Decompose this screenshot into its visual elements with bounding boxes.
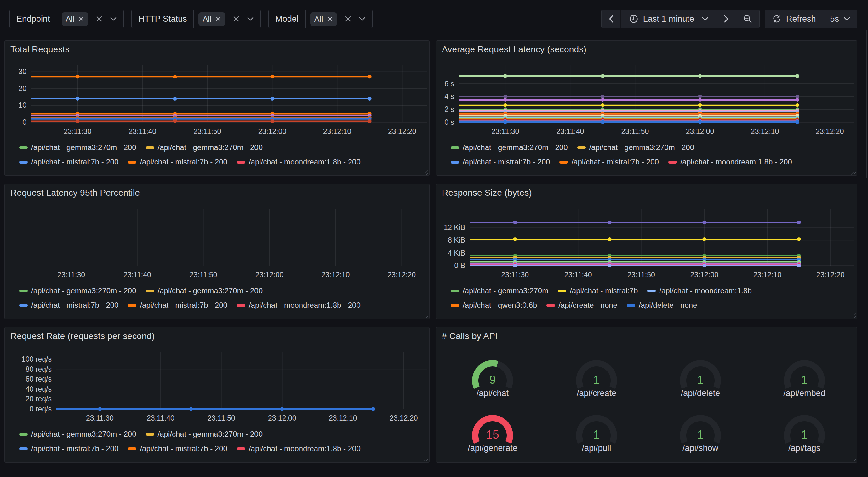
- refresh-button[interactable]: Refresh: [765, 10, 823, 28]
- gauge-value: 1: [752, 428, 856, 441]
- refresh-interval-picker[interactable]: 5s: [823, 10, 857, 28]
- clear-filter-icon[interactable]: [233, 16, 240, 22]
- legend-label: /api/chat - gemma3:270m - 200: [31, 143, 136, 152]
- panel-title[interactable]: Average Request Latency (seconds): [442, 44, 586, 55]
- legend-swatch: [451, 304, 459, 307]
- legend-label: /api/chat - gemma3:270m - 200: [158, 430, 263, 439]
- filter-chip[interactable]: All: [62, 12, 89, 26]
- legend-item[interactable]: /api/chat - gemma3:270m - 200: [577, 143, 694, 152]
- legend-item[interactable]: /api/chat - gemma3:270m - 200: [19, 287, 136, 295]
- legend-row: /api/chat - qwen3:0.6b/api/create - none…: [451, 298, 752, 312]
- series-point: [503, 98, 507, 102]
- scrollbar-thumb[interactable]: [866, 30, 867, 178]
- legend-item[interactable]: /api/chat - mistral:7b - 200: [559, 157, 658, 166]
- legend-item[interactable]: /api/chat - qwen3:0.6b: [451, 301, 537, 310]
- legend-item[interactable]: /api/create - none: [547, 301, 617, 310]
- gauge-api-create: 1/api/create: [545, 354, 649, 409]
- panel-title[interactable]: Request Rate (requests per second): [10, 331, 155, 341]
- filter-group-model[interactable]: ModelAll: [268, 10, 372, 28]
- legend-swatch: [577, 146, 586, 149]
- legend-swatch: [547, 304, 555, 307]
- filter-value[interactable]: All: [306, 10, 372, 28]
- legend-item[interactable]: /api/chat - gemma3:270m: [451, 287, 548, 295]
- legend-item[interactable]: /api/chat - mistral:7b - 200: [451, 157, 550, 166]
- x-tick-label: 23:11:50: [194, 127, 221, 136]
- legend-item[interactable]: /api/chat - gemma3:270m - 200: [146, 430, 263, 439]
- filter-label: Endpoint: [10, 10, 57, 28]
- time-range-picker[interactable]: Last 1 minute: [620, 10, 716, 28]
- legend-label: /api/chat - mistral:7b - 200: [463, 157, 550, 166]
- x-tick-label: 23:12:10: [323, 127, 351, 136]
- legend-item[interactable]: /api/chat - gemma3:270m - 200: [19, 430, 136, 439]
- legend-label: /api/chat - mistral:7b - 200: [140, 301, 227, 310]
- series-point: [796, 120, 799, 124]
- series-point: [513, 264, 517, 267]
- legend-item[interactable]: /api/chat - mistral:7b - 200: [19, 157, 118, 166]
- panel-title[interactable]: # Calls by API: [442, 331, 498, 341]
- legend-item[interactable]: /api/chat - mistral:7b - 200: [128, 301, 227, 310]
- time-shift-forward-button[interactable]: [716, 10, 736, 28]
- legend-item[interactable]: /api/chat - gemma3:270m - 200: [146, 287, 263, 295]
- series-point: [698, 94, 702, 98]
- panel-request-latency-95th-percentile: Request Latency 95th Percentile23:11:302…: [4, 184, 430, 319]
- panel-title[interactable]: Total Requests: [10, 44, 70, 55]
- filter-group-endpoint[interactable]: EndpointAll: [9, 10, 124, 28]
- chevron-down-icon[interactable]: [359, 17, 365, 21]
- series-point: [189, 407, 193, 411]
- filter-chip[interactable]: All: [310, 12, 337, 26]
- filter-value[interactable]: All: [194, 10, 260, 28]
- legend-item[interactable]: /api/chat - moondream:1.8b: [647, 287, 752, 295]
- legend-item[interactable]: /api/chat - moondream:1.8b - 200: [237, 444, 361, 453]
- series-point: [368, 75, 372, 79]
- remove-chip-icon[interactable]: [215, 16, 221, 22]
- x-tick-label: 23:12:20: [816, 127, 844, 136]
- legend-item[interactable]: /api/chat - gemma3:270m - 200: [146, 143, 263, 152]
- legend-item[interactable]: /api/chat - gemma3:270m - 200: [19, 143, 136, 152]
- clear-filter-icon[interactable]: [345, 16, 351, 22]
- panel-title[interactable]: Response Size (bytes): [442, 188, 532, 198]
- panel-title[interactable]: Request Latency 95th Percentile: [10, 188, 140, 198]
- clear-filter-icon[interactable]: [96, 16, 103, 22]
- legend-item[interactable]: /api/chat - moondream:1.8b - 200: [237, 301, 361, 310]
- legend-item[interactable]: /api/chat - mistral:7b - 200: [19, 444, 118, 453]
- legend-label: /api/create - none: [558, 301, 617, 310]
- x-tick-label: 23:12:10: [753, 271, 782, 279]
- legend-item[interactable]: /api/chat - mistral:7b - 200: [128, 157, 227, 166]
- remove-chip-icon[interactable]: [327, 16, 333, 22]
- series-point: [698, 103, 702, 107]
- legend-swatch: [558, 290, 566, 292]
- legend-item[interactable]: /api/chat - mistral:7b - 200: [19, 301, 118, 310]
- chevron-down-icon[interactable]: [110, 17, 117, 21]
- x-tick-label: 23:11:40: [129, 127, 157, 136]
- filter-value[interactable]: All: [57, 10, 124, 28]
- zoom-out-button[interactable]: [736, 10, 760, 28]
- legend-label: /api/chat - gemma3:270m - 200: [589, 143, 694, 152]
- series-point: [368, 119, 372, 123]
- legend-item[interactable]: /api/chat - gemma3:270m - 200: [451, 143, 568, 152]
- y-tick-label: 6 s: [444, 80, 454, 88]
- filter-group-http-status[interactable]: HTTP StatusAll: [131, 10, 261, 28]
- panel-response-size-bytes: Response Size (bytes)23:11:3023:11:4023:…: [436, 184, 857, 319]
- gauge-label: /api/generate: [441, 443, 545, 453]
- legend-row: /api/chat - mistral:7b - 200/api/chat - …: [19, 441, 361, 456]
- gauge-value: 1: [649, 428, 752, 441]
- series-point: [796, 103, 799, 107]
- gauge-value: 1: [752, 374, 856, 387]
- x-tick-label: 23:12:00: [690, 271, 718, 279]
- remove-chip-icon[interactable]: [79, 16, 84, 22]
- filter-chip[interactable]: All: [198, 12, 225, 26]
- legend-item[interactable]: /api/chat - mistral:7b: [558, 287, 638, 295]
- legend-swatch: [128, 161, 136, 163]
- x-tick-label: 23:11:50: [190, 271, 217, 279]
- legend-item[interactable]: /api/delete - none: [627, 301, 697, 310]
- y-tick-label: 8 KiB: [448, 236, 465, 244]
- legend-item[interactable]: /api/chat - moondream:1.8b - 200: [668, 157, 792, 166]
- y-tick-label: 80 req/s: [26, 365, 52, 374]
- legend-item[interactable]: /api/chat - mistral:7b - 200: [128, 444, 227, 453]
- legend-row: /api/chat - gemma3:270m - 200/api/chat -…: [451, 140, 792, 155]
- legend-label: /api/delete - none: [639, 301, 697, 310]
- chevron-down-icon[interactable]: [247, 17, 253, 21]
- time-shift-back-button[interactable]: [601, 10, 620, 28]
- legend-swatch: [668, 161, 677, 163]
- legend-item[interactable]: /api/chat - moondream:1.8b - 200: [237, 157, 361, 166]
